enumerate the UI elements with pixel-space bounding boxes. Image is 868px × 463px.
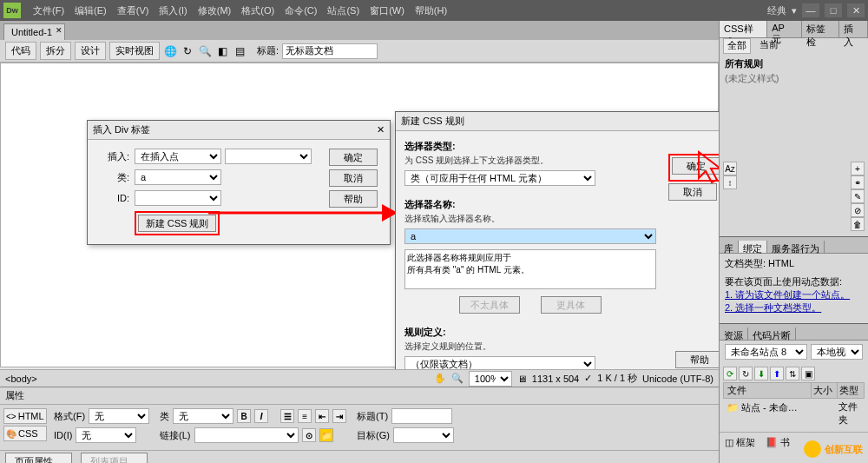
css-mode-button[interactable]: 🎨 CSS xyxy=(3,426,47,441)
minimize-button[interactable]: — xyxy=(802,3,819,17)
dimensions: 1131 x 504 xyxy=(532,374,579,384)
id-select[interactable]: 无 xyxy=(76,427,136,443)
cancel-button[interactable]: 取消 xyxy=(329,169,378,187)
link-select[interactable] xyxy=(194,427,299,443)
zoom-tool-icon[interactable]: 🔍 xyxy=(451,373,464,384)
menu-file[interactable]: 文件(F) xyxy=(28,4,69,17)
insert-label: 插入: xyxy=(96,150,129,163)
ok-button[interactable]: 确定 xyxy=(672,157,720,175)
maximize-button[interactable]: □ xyxy=(825,3,842,17)
ol-button[interactable]: ≡ xyxy=(298,409,312,423)
dialog-title: 新建 CSS 规则 xyxy=(401,115,464,128)
close-button[interactable]: ✕ xyxy=(847,3,865,17)
close-icon[interactable]: ✕ xyxy=(377,124,385,136)
tab-server-behaviors[interactable]: 服务器行为 xyxy=(767,241,825,253)
tab-library[interactable]: 库 xyxy=(720,241,739,253)
document-tab[interactable]: Untitled-1 ✕ xyxy=(3,23,65,40)
indent-button[interactable]: ⇥ xyxy=(332,409,346,423)
site-select[interactable]: 未命名站点 8 xyxy=(725,344,807,360)
insert-select[interactable]: 在插入点 xyxy=(135,149,221,164)
page-properties-button[interactable]: 页面属性… xyxy=(5,453,72,463)
insert-select-2[interactable] xyxy=(225,149,312,164)
put-icon[interactable]: ⬆ xyxy=(770,367,784,380)
get-icon[interactable]: ⬇ xyxy=(754,367,768,380)
new-css-rule-button[interactable]: 新建 CSS 规则 xyxy=(138,215,216,232)
tab-css-styles[interactable]: CSS样式 xyxy=(720,21,767,37)
view-live[interactable]: 实时视图 xyxy=(109,42,160,60)
selector-name-combo[interactable]: a xyxy=(404,228,656,244)
tab-resources[interactable]: 资源 xyxy=(720,327,748,340)
hand-tool-icon[interactable]: ✋ xyxy=(434,373,446,384)
edit-icon[interactable]: ✎ xyxy=(851,189,865,203)
class-select[interactable]: 无 xyxy=(173,408,233,424)
menu-insert[interactable]: 插入(I) xyxy=(154,4,192,17)
delete-icon[interactable]: 🗑 xyxy=(851,217,865,231)
format-select[interactable]: 无 xyxy=(89,408,149,424)
cancel-button[interactable]: 取消 xyxy=(668,183,717,201)
help-button[interactable]: 帮助 xyxy=(675,351,724,368)
title-input[interactable] xyxy=(391,408,452,424)
menu-view[interactable]: 查看(V) xyxy=(112,4,155,17)
tab-tag-inspector[interactable]: 标签检 xyxy=(802,21,840,37)
menu-commands[interactable]: 命令(C) xyxy=(279,4,322,17)
options-icon[interactable]: ▤ xyxy=(233,44,247,58)
inspect-icon[interactable]: 🔍 xyxy=(198,44,212,58)
layout-label[interactable]: 经典 xyxy=(767,4,786,17)
tab-insert[interactable]: 插入 xyxy=(839,21,868,37)
refresh-icon[interactable]: ↻ xyxy=(181,44,194,58)
subtab-all[interactable]: 全部 xyxy=(723,38,751,54)
tag-selector[interactable]: <body> xyxy=(5,374,37,384)
tab-ap-elements[interactable]: AP 元 xyxy=(767,21,801,37)
new-rule-icon[interactable]: + xyxy=(851,162,865,175)
connect-icon[interactable]: ⟳ xyxy=(723,367,737,380)
view-select[interactable]: 本地视图 xyxy=(811,344,863,360)
view-split[interactable]: 拆分 xyxy=(40,42,71,60)
col-size[interactable]: 大小 xyxy=(812,383,838,398)
id-select[interactable] xyxy=(135,190,221,206)
subtab-current[interactable]: 当前 xyxy=(756,38,782,54)
outdent-button[interactable]: ⇤ xyxy=(315,409,329,423)
ok-button[interactable]: 确定 xyxy=(329,149,378,166)
ul-button[interactable]: ☰ xyxy=(280,409,294,423)
help-button[interactable]: 帮助 xyxy=(329,190,378,208)
html-mode-button[interactable]: <> HTML xyxy=(3,408,47,424)
close-icon[interactable]: ✕ xyxy=(56,26,62,35)
refresh-icon[interactable]: ↻ xyxy=(739,367,753,380)
sort-icon[interactable]: ↕ xyxy=(723,175,737,189)
target-select[interactable] xyxy=(393,427,454,443)
menu-site[interactable]: 站点(S) xyxy=(322,4,365,17)
tab-bindings[interactable]: 绑定 xyxy=(739,241,767,253)
target-label: 目标(G) xyxy=(357,429,390,442)
title-input[interactable] xyxy=(282,43,378,59)
properties-panel: 属性 <> HTML 🎨 CSS 格式(F)无 ID(I)无 类无 B I ☰ … xyxy=(0,387,719,463)
expand-icon[interactable]: ▣ xyxy=(801,367,815,380)
menu-edit[interactable]: 编辑(E) xyxy=(69,4,112,17)
view-code[interactable]: 代码 xyxy=(5,42,36,60)
nav-icon[interactable]: ◧ xyxy=(215,44,229,58)
class-select[interactable]: a xyxy=(135,169,221,185)
link-icon[interactable]: ⚭ xyxy=(851,175,865,189)
italic-button[interactable]: I xyxy=(254,409,268,423)
browse-icon[interactable]: 📁 xyxy=(319,428,333,442)
zoom-select[interactable]: 100% xyxy=(469,371,512,387)
disable-icon[interactable]: ⊘ xyxy=(851,203,865,217)
view-design[interactable]: 设计 xyxy=(75,42,106,60)
file-row[interactable]: 📁 站点 - 未命… xyxy=(723,400,812,427)
globe-icon[interactable]: 🌐 xyxy=(163,44,177,58)
screen-icon[interactable]: 🖥 xyxy=(517,374,527,384)
point-to-file-icon[interactable]: ⊙ xyxy=(302,428,316,442)
tab-snippets[interactable]: 代码片断 xyxy=(748,327,796,340)
selector-type-select[interactable]: 类（可应用于任何 HTML 元素） xyxy=(404,170,595,186)
frames-panel-label[interactable]: ◫ 框架 xyxy=(725,436,755,449)
bold-button[interactable]: B xyxy=(237,409,251,423)
sync-icon[interactable]: ⇅ xyxy=(786,367,799,380)
books-panel-label[interactable]: 📕 书 xyxy=(766,436,790,449)
col-type[interactable]: 类型 xyxy=(838,383,864,398)
menu-modify[interactable]: 修改(M) xyxy=(193,4,237,17)
menu-help[interactable]: 帮助(H) xyxy=(410,4,452,17)
menu-format[interactable]: 格式(O) xyxy=(236,4,279,17)
menu-window[interactable]: 窗口(W) xyxy=(365,4,410,17)
attach-icon[interactable]: Az xyxy=(723,162,737,175)
selector-preview: 此选择器名称将规则应用于 所有具有类 "a" 的 HTML 元素。 xyxy=(404,249,656,289)
col-file[interactable]: 文件 xyxy=(724,383,812,398)
